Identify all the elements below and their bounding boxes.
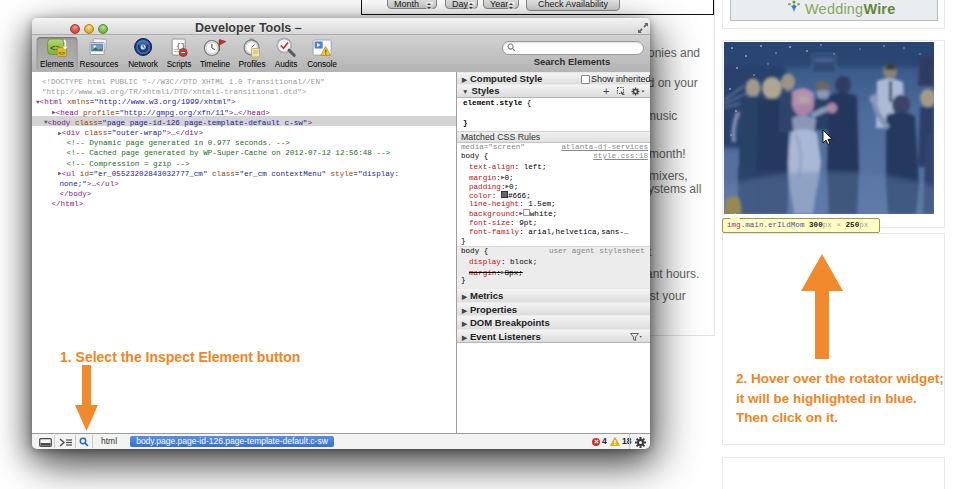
svg-text:<>: <> (58, 49, 65, 56)
